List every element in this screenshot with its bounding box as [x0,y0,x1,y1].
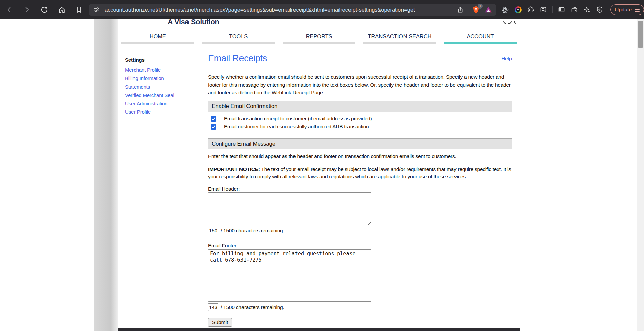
sidebar-item-billing-information[interactable]: Billing Information [125,76,189,81]
extensions-puzzle-icon[interactable] [527,6,535,14]
tab-tools[interactable]: TOOLS [202,33,274,44]
site-settings-icon[interactable] [93,6,101,14]
email-footer-count-row: / 1500 characters remaining. [208,303,512,311]
settings-sidebar: Settings Merchant Profile Billing Inform… [125,57,189,114]
email-transaction-receipt-checkbox[interactable] [211,116,216,122]
intro-text: Specify whether a confirmation email sho… [208,73,512,96]
capture-search-extension-icon[interactable] [539,6,547,14]
email-footer-remaining-input[interactable] [208,303,218,311]
browser-toolbar: account.authorize.net/UI/themes/anet/mer… [0,0,644,19]
vpn-shield-icon[interactable] [596,6,604,14]
sidebar-toggle-icon[interactable] [557,6,566,14]
sidebar-item-merchant-profile[interactable]: Merchant Profile [125,67,189,72]
leo-ai-sparkle-icon[interactable] [583,6,591,14]
url-text[interactable]: account.authorize.net/UI/themes/anet/mer… [105,7,456,13]
bookmark-icon[interactable] [75,6,83,14]
configure-email-message-header: Configure Email Message [208,138,512,149]
sidebar-item-user-administration[interactable]: User Administration [125,101,189,106]
update-button[interactable]: Update [610,4,644,15]
email-header-label: Email Header: [208,186,512,192]
email-header-remaining-input[interactable] [208,227,218,234]
toolbar-divider [468,6,468,13]
help-link[interactable]: Help [501,56,512,61]
configure-instructions: Enter the text that should appear as the… [208,153,512,159]
lens-extension-icon[interactable] [514,6,522,14]
important-notice-label: IMPORTANT NOTICE: [208,166,260,172]
checkbox-row-arb-transaction: Email customer for each successfully aut… [208,124,512,130]
sidebar-item-statements[interactable]: Statements [125,84,189,89]
sidebar-item-user-profile[interactable]: User Profile [125,109,189,114]
email-receipts-panel: Email Receipts Help Specify whether a co… [208,53,512,327]
home-icon[interactable] [58,6,66,14]
enable-email-confirmation-header: Enable Email Confirmation [208,101,512,112]
email-footer-textarea[interactable]: For billing and payment related question… [208,249,371,302]
brave-rewards-icon[interactable] [484,6,492,14]
email-header-remaining-text: / 1500 characters remaining. [221,228,284,234]
checkbox-row-transaction-receipt: Email transaction receipt to customer (i… [208,116,512,122]
vertical-scrollbar[interactable] [637,19,644,331]
checkbox-label: Email customer for each successfully aut… [224,124,369,130]
checkbox-label: Email transaction receipt to customer (i… [224,116,372,122]
address-bar[interactable]: account.authorize.net/UI/themes/anet/mer… [89,4,496,16]
email-arb-transaction-checkbox[interactable] [211,124,216,130]
important-notice: IMPORTANT NOTICE: The text of your email… [208,166,512,180]
tab-account[interactable]: ACCOUNT [444,33,517,44]
page-title: Email Receipts [208,53,267,64]
page-left-shadow [94,19,118,331]
react-devtools-extension-icon[interactable] [501,6,509,14]
email-footer-label: Email Footer: [208,243,512,249]
sidebar-title: Settings [125,57,189,63]
shields-badge: 1 [478,4,483,9]
clipped-header-element [502,19,516,25]
tab-transaction-search[interactable]: TRANSACTION SEARCH [363,33,436,44]
primary-nav: HOME TOOLS REPORTS TRANSACTION SEARCH AC… [121,33,517,44]
update-label: Update [615,7,632,13]
submit-button[interactable]: Submit [208,318,232,327]
share-icon[interactable] [456,6,464,14]
brave-shields-icon[interactable]: 1 [472,5,480,14]
sidebar-item-verified-merchant-seal[interactable]: Verified Merchant Seal [125,93,189,98]
email-header-count-row: / 1500 characters remaining. [208,227,512,234]
scrollbar-thumb[interactable] [638,21,643,48]
browser-window: account.authorize.net/UI/themes/anet/mer… [0,0,644,331]
sidebar-divider [192,48,192,316]
forward-icon[interactable] [23,6,31,14]
email-header-textarea[interactable] [208,192,371,225]
tab-reports[interactable]: REPORTS [283,33,355,44]
title-rule [208,69,512,69]
menu-icon[interactable] [635,8,640,12]
page-footer-edge [118,328,520,331]
wallet-icon[interactable] [570,6,578,14]
back-icon[interactable] [5,6,13,14]
reload-icon[interactable] [40,6,48,14]
page-content: A Visa Solution HOME TOOLS REPORTS TRANS… [118,19,520,331]
tab-home[interactable]: HOME [121,33,194,44]
email-footer-remaining-text: / 1500 characters remaining. [221,304,284,310]
toolbar-divider [552,6,553,13]
